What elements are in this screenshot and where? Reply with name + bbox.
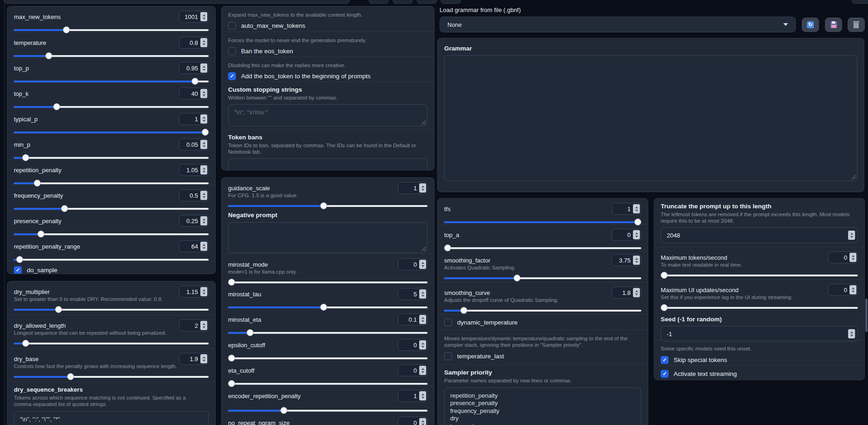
slider[interactable] (228, 330, 428, 337)
slider-thumb[interactable] (192, 78, 198, 85)
slider[interactable] (444, 275, 641, 282)
seed-input[interactable]: -1 (661, 326, 858, 342)
slider-thumb[interactable] (37, 231, 44, 238)
slider-thumb[interactable] (202, 129, 209, 136)
slider[interactable] (444, 245, 641, 252)
number-input[interactable]: 1 (612, 203, 641, 215)
number-input[interactable]: 1001 (179, 11, 209, 23)
slider[interactable] (14, 306, 209, 313)
spinner-icon[interactable] (849, 285, 856, 294)
spinner-icon[interactable] (200, 216, 207, 225)
slider[interactable] (661, 272, 858, 279)
number-input[interactable]: 0.1 (398, 313, 428, 325)
number-input[interactable]: 1.15 (179, 286, 209, 298)
slider-thumb[interactable] (228, 380, 235, 387)
spinner-icon[interactable] (419, 260, 426, 269)
slider-thumb[interactable] (67, 373, 74, 380)
refresh-grammar-button[interactable]: ↻ (802, 18, 819, 32)
cutoff-button[interactable] (417, 0, 437, 4)
number-input[interactable]: 0 (828, 284, 858, 296)
spinner-icon[interactable] (633, 230, 640, 239)
cutoff-button[interactable] (393, 0, 413, 4)
scrollbar[interactable] (865, 299, 868, 332)
number-input[interactable]: 1.9 (179, 353, 209, 365)
slider-thumb[interactable] (61, 205, 68, 212)
slider-thumb[interactable] (22, 340, 29, 347)
slider-thumb[interactable] (247, 329, 254, 336)
spinner-icon[interactable] (200, 38, 207, 47)
slider-thumb[interactable] (280, 407, 287, 414)
number-input[interactable]: 1 (398, 390, 428, 402)
do-sample-checkbox[interactable]: ✓ (14, 266, 22, 274)
slider[interactable] (14, 340, 209, 347)
spinner-icon[interactable] (849, 253, 856, 262)
spinner-icon[interactable] (633, 288, 640, 297)
spinner-icon[interactable] (419, 340, 426, 350)
number-input[interactable]: 0 (398, 339, 428, 351)
slider[interactable] (228, 355, 428, 362)
number-input[interactable]: 3.75 (612, 254, 641, 266)
cutoff-button[interactable] (852, 0, 868, 4)
spinner-icon[interactable] (848, 329, 855, 338)
slider-thumb[interactable] (16, 256, 23, 263)
spinner-icon[interactable] (633, 256, 640, 265)
activate-text-streaming-checkbox[interactable]: ✓ (661, 370, 669, 378)
truncate-length-input[interactable]: 2048 (661, 227, 858, 243)
skip-special-tokens-checkbox[interactable]: ✓ (661, 356, 669, 364)
slider-thumb[interactable] (320, 202, 327, 209)
slider[interactable] (14, 374, 209, 381)
cutoff-button[interactable] (369, 0, 389, 4)
slider[interactable] (14, 206, 209, 212)
number-input[interactable]: 1.8 (612, 287, 641, 299)
spinner-icon[interactable] (848, 231, 855, 240)
spinner-icon[interactable] (200, 287, 207, 296)
grammar-file-dropdown[interactable]: None (440, 17, 796, 32)
slider-thumb[interactable] (634, 219, 641, 225)
number-input[interactable]: 0.25 (179, 215, 209, 227)
slider[interactable] (14, 129, 209, 136)
slider[interactable] (228, 304, 428, 311)
number-input[interactable]: 0 (612, 229, 641, 241)
slider-thumb[interactable] (320, 304, 327, 311)
ban-eos-token-checkbox[interactable]: ✓ (228, 47, 236, 55)
custom-stopping-strings-textarea[interactable]: "\n", "\nYou:" (228, 104, 428, 126)
number-input[interactable]: 40 (179, 88, 209, 100)
slider[interactable] (444, 219, 641, 226)
spinner-icon[interactable] (200, 89, 207, 98)
spinner-icon[interactable] (419, 418, 426, 425)
slider[interactable] (228, 407, 428, 414)
cutoff-button[interactable] (441, 0, 461, 4)
slider-thumb[interactable] (228, 279, 235, 286)
add-bos-token-checkbox[interactable]: ✓ (228, 72, 236, 80)
slider[interactable] (228, 279, 428, 286)
number-input[interactable]: 0 (398, 258, 428, 270)
grammar-textarea[interactable] (444, 55, 857, 181)
number-input[interactable]: 0 (398, 364, 428, 376)
slider-thumb[interactable] (661, 304, 668, 311)
slider[interactable] (14, 27, 209, 34)
number-input[interactable]: 0.05 (179, 138, 209, 150)
spinner-icon[interactable] (200, 63, 207, 73)
spinner-icon[interactable] (419, 366, 426, 375)
slider[interactable] (228, 381, 428, 388)
number-input[interactable]: 0.5 (179, 189, 209, 201)
spinner-icon[interactable] (419, 315, 426, 324)
slider-thumb[interactable] (45, 52, 52, 59)
spinner-icon[interactable] (200, 12, 207, 21)
slider-thumb[interactable] (514, 275, 521, 281)
dynamic-temperature-checkbox[interactable]: ✓ (444, 319, 452, 326)
spinner-icon[interactable] (200, 165, 207, 175)
slider[interactable] (14, 78, 209, 85)
slider[interactable] (14, 104, 209, 111)
spinner-icon[interactable] (200, 140, 207, 149)
slider-thumb[interactable] (63, 26, 70, 33)
number-input[interactable]: 0 (828, 251, 858, 263)
slider-thumb[interactable] (661, 272, 668, 279)
slider[interactable] (14, 155, 209, 162)
delete-grammar-button[interactable] (848, 18, 865, 32)
number-input[interactable]: 5 (398, 288, 428, 300)
auto-max-new-tokens-checkbox[interactable]: ✓ (228, 22, 236, 30)
number-input[interactable]: 0.95 (179, 62, 209, 74)
slider[interactable] (14, 256, 209, 263)
slider[interactable] (14, 231, 209, 238)
